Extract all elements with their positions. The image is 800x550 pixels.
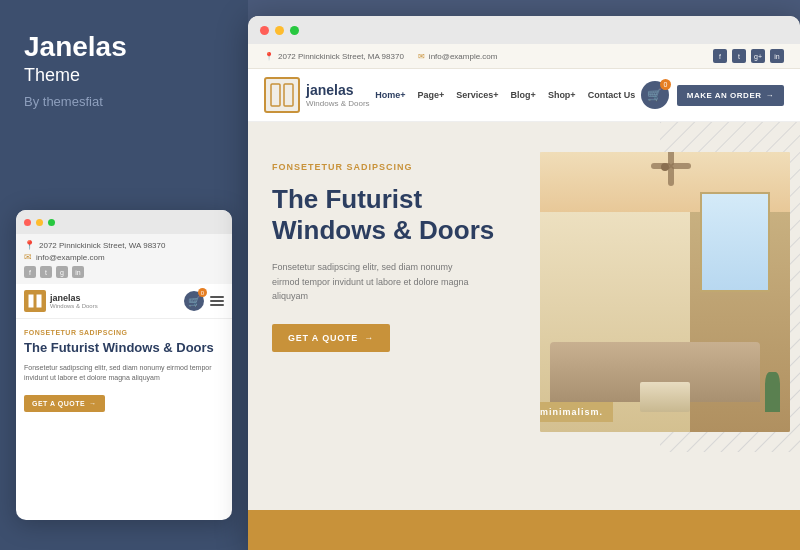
desktop-email: info@example.com [429, 52, 498, 61]
mobile-mockup: 📍 2072 Pinnickinick Street, WA 98370 ✉ i… [16, 210, 232, 520]
mobile-dot-red [24, 219, 31, 226]
mobile-email: info@example.com [36, 253, 105, 262]
cart-icon: 🛒 [188, 296, 200, 307]
room-fan [640, 157, 690, 177]
desktop-nav-right: 🛒 0 MAKE AN ORDER → [641, 81, 784, 109]
room-window [700, 192, 770, 292]
svg-rect-2 [271, 84, 280, 106]
hero-cta-arrow: → [364, 333, 374, 343]
desktop-logo-icon [264, 77, 300, 113]
desktop-logo-text: janelas [306, 82, 370, 99]
mobile-cta-arrow: → [89, 400, 97, 407]
mobile-cta-button[interactable]: GET A QUOTE → [24, 395, 105, 412]
hero-cta-label: GET A QUOTE [288, 333, 358, 343]
desktop-instagram-icon[interactable]: in [770, 49, 784, 63]
mobile-content: FONSETETUR SADIPSCING The Futurist Windo… [16, 319, 232, 422]
desktop-mail-icon: ✉ [418, 52, 425, 61]
mobile-instagram-icon[interactable]: in [72, 266, 84, 278]
svg-rect-1 [36, 294, 42, 308]
desktop-menu-contact[interactable]: Contact Us [588, 90, 636, 100]
mobile-info-bar: 📍 2072 Pinnickinick Street, WA 98370 ✉ i… [16, 234, 232, 284]
mail-icon: ✉ [24, 252, 32, 262]
desktop-dot-red [260, 26, 269, 35]
mobile-dot-green [48, 219, 55, 226]
mobile-nav: janelas Windows & Doors 🛒 0 [16, 284, 232, 319]
hero-right: minimalism. [530, 132, 800, 432]
desktop-cart-badge: 0 [660, 79, 671, 90]
mobile-email-item: ✉ info@example.com [24, 252, 224, 262]
mobile-dot-yellow [36, 219, 43, 226]
desktop-menu-home[interactable]: Home+ [375, 90, 405, 100]
mobile-logo-sub: Windows & Doors [50, 303, 98, 309]
minimalism-label: minimalism. [540, 402, 613, 422]
hero-cta-button[interactable]: GET A QUOTE → [272, 324, 390, 352]
mobile-logo: janelas Windows & Doors [24, 290, 98, 312]
left-panel: Janelas Theme By themesfiat 📍 2072 Pinni… [0, 0, 248, 550]
mobile-twitter-icon[interactable]: t [40, 266, 52, 278]
desktop-email-item: ✉ info@example.com [418, 52, 498, 61]
mobile-cta-label: GET A QUOTE [32, 400, 85, 407]
mobile-address-item: 📍 2072 Pinnickinick Street, WA 98370 [24, 240, 224, 250]
desktop-facebook-icon[interactable]: f [713, 49, 727, 63]
desktop-cart-icon: 🛒 [647, 88, 662, 102]
mobile-body-text: Fonsetetur sadipscing elitr, sed diam no… [24, 363, 224, 384]
desktop-nav: janelas Windows & Doors Home+ Page+ Serv… [248, 69, 800, 122]
room-table [640, 382, 690, 412]
desktop-header-info: 📍 2072 Pinnickinick Street, MA 98370 ✉ i… [248, 44, 800, 69]
desktop-hero: FONSETETUR SADIPSCING The Futurist Windo… [248, 122, 800, 492]
desktop-top-bar [248, 16, 800, 44]
hero-body-text: Fonsetetur sadipscing elitr, sed diam no… [272, 260, 472, 303]
desktop-menu-services[interactable]: Services+ [456, 90, 498, 100]
desktop-menu-shop[interactable]: Shop+ [548, 90, 576, 100]
room-illustration [540, 152, 790, 432]
desktop-order-arrow: → [766, 91, 775, 100]
desktop-order-button[interactable]: MAKE AN ORDER → [677, 85, 784, 106]
mobile-address: 2072 Pinnickinick Street, WA 98370 [39, 241, 165, 250]
desktop-logo: janelas Windows & Doors [264, 77, 370, 113]
mobile-cart-badge: 0 [198, 288, 207, 297]
brand-title: Janelas [24, 32, 224, 63]
desktop-menu-page[interactable]: Page+ [418, 90, 445, 100]
mobile-top-bar [16, 210, 232, 234]
desktop-info-left: 📍 2072 Pinnickinick Street, MA 98370 ✉ i… [264, 52, 497, 61]
brand-subtitle: Theme [24, 65, 224, 86]
mobile-logo-text: janelas [50, 293, 98, 304]
mobile-google-icon[interactable]: g [56, 266, 68, 278]
desktop-google-icon[interactable]: g+ [751, 49, 765, 63]
mobile-nav-icons: 🛒 0 [184, 291, 224, 311]
mobile-hamburger-menu[interactable] [210, 296, 224, 306]
mobile-social-icons: f t g in [24, 266, 224, 278]
desktop-twitter-icon[interactable]: t [732, 49, 746, 63]
mobile-logo-icon [24, 290, 46, 312]
mobile-cart-button[interactable]: 🛒 0 [184, 291, 204, 311]
desktop-dot-green [290, 26, 299, 35]
desktop-bottom-strip [248, 510, 800, 550]
brand-by: By themesfiat [24, 94, 224, 109]
desktop-order-label: MAKE AN ORDER [687, 91, 762, 100]
desktop-dot-yellow [275, 26, 284, 35]
mobile-heading: The Futurist Windows & Doors [24, 340, 224, 357]
svg-rect-0 [28, 294, 34, 308]
desktop-cart-button[interactable]: 🛒 0 [641, 81, 669, 109]
svg-rect-3 [284, 84, 293, 106]
desktop-address-item: 📍 2072 Pinnickinick Street, MA 98370 [264, 52, 404, 61]
desktop-logo-sub: Windows & Doors [306, 99, 370, 108]
hero-image: minimalism. [540, 152, 790, 432]
desktop-mockup: 📍 2072 Pinnickinick Street, MA 98370 ✉ i… [248, 16, 800, 550]
desktop-social-icons: f t g+ in [713, 49, 784, 63]
desktop-menu: Home+ Page+ Services+ Blog+ Shop+ Contac… [375, 90, 635, 100]
desktop-pin-icon: 📍 [264, 52, 274, 61]
mobile-tagline: FONSETETUR SADIPSCING [24, 329, 224, 336]
mobile-facebook-icon[interactable]: f [24, 266, 36, 278]
desktop-menu-blog[interactable]: Blog+ [511, 90, 536, 100]
desktop-address: 2072 Pinnickinick Street, MA 98370 [278, 52, 404, 61]
pin-icon: 📍 [24, 240, 35, 250]
room-plant [765, 372, 780, 412]
